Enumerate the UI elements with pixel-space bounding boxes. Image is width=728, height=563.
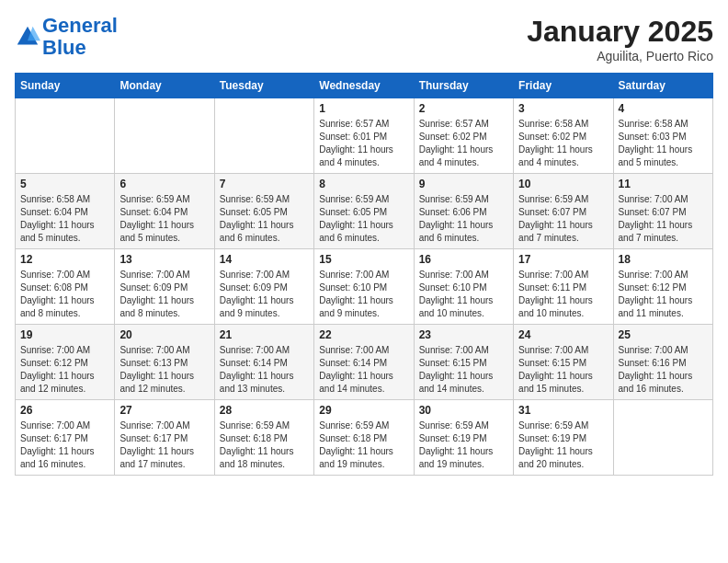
- calendar-cell: 28Sunrise: 6:59 AM Sunset: 6:18 PM Dayli…: [214, 400, 313, 476]
- day-header-monday: Monday: [115, 74, 214, 98]
- day-number: 8: [319, 178, 408, 190]
- calendar-cell: 4Sunrise: 6:58 AM Sunset: 6:03 PM Daylig…: [613, 98, 712, 174]
- day-header-saturday: Saturday: [613, 74, 712, 98]
- logo-line1: General: [42, 14, 118, 37]
- day-number: 15: [319, 253, 408, 266]
- calendar-week-row: 5Sunrise: 6:58 AM Sunset: 6:04 PM Daylig…: [16, 174, 713, 249]
- day-number: 6: [119, 178, 209, 190]
- calendar-cell: 22Sunrise: 7:00 AM Sunset: 6:14 PM Dayli…: [314, 325, 414, 400]
- day-header-wednesday: Wednesday: [314, 74, 414, 98]
- day-number: 4: [619, 102, 708, 115]
- calendar-cell: 13Sunrise: 7:00 AM Sunset: 6:09 PM Dayli…: [115, 249, 214, 325]
- calendar-cell: 21Sunrise: 7:00 AM Sunset: 6:14 PM Dayli…: [214, 325, 313, 400]
- day-info: Sunrise: 6:58 AM Sunset: 6:03 PM Dayligh…: [619, 118, 708, 169]
- day-info: Sunrise: 7:00 AM Sunset: 6:11 PM Dayligh…: [518, 269, 608, 320]
- day-number: 30: [419, 404, 508, 417]
- day-info: Sunrise: 6:59 AM Sunset: 6:19 PM Dayligh…: [419, 419, 508, 471]
- calendar-cell: 24Sunrise: 7:00 AM Sunset: 6:15 PM Dayli…: [514, 325, 613, 400]
- day-info: Sunrise: 6:59 AM Sunset: 6:05 PM Dayligh…: [319, 193, 408, 245]
- calendar-cell: 31Sunrise: 6:59 AM Sunset: 6:19 PM Dayli…: [514, 400, 613, 476]
- day-info: Sunrise: 7:00 AM Sunset: 6:07 PM Dayligh…: [619, 193, 708, 245]
- calendar-cell: 14Sunrise: 7:00 AM Sunset: 6:09 PM Dayli…: [214, 249, 313, 325]
- calendar-cell: 10Sunrise: 6:59 AM Sunset: 6:07 PM Dayli…: [514, 174, 613, 249]
- day-info: Sunrise: 6:59 AM Sunset: 6:19 PM Dayligh…: [518, 419, 608, 471]
- day-info: Sunrise: 7:00 AM Sunset: 6:10 PM Dayligh…: [419, 269, 508, 320]
- calendar-body: 1Sunrise: 6:57 AM Sunset: 6:01 PM Daylig…: [16, 98, 713, 476]
- day-header-friday: Friday: [514, 74, 613, 98]
- day-header-tuesday: Tuesday: [214, 74, 313, 98]
- day-number: 28: [220, 404, 309, 417]
- logo-line2: Blue: [42, 36, 86, 59]
- day-number: 7: [220, 178, 309, 190]
- day-number: 19: [20, 328, 109, 341]
- day-info: Sunrise: 7:00 AM Sunset: 6:12 PM Dayligh…: [619, 269, 708, 320]
- calendar-cell: 18Sunrise: 7:00 AM Sunset: 6:12 PM Dayli…: [613, 249, 712, 325]
- location-subtitle: Aguilita, Puerto Rico: [527, 49, 713, 63]
- calendar-cell: 15Sunrise: 7:00 AM Sunset: 6:10 PM Dayli…: [314, 249, 414, 325]
- day-number: 1: [319, 102, 408, 115]
- page-header: General Blue January 2025 Aguilita, Puer…: [15, 15, 713, 63]
- calendar-cell: 3Sunrise: 6:58 AM Sunset: 6:02 PM Daylig…: [514, 98, 613, 174]
- day-info: Sunrise: 6:59 AM Sunset: 6:04 PM Dayligh…: [119, 193, 209, 245]
- calendar-cell: 12Sunrise: 7:00 AM Sunset: 6:08 PM Dayli…: [16, 249, 115, 325]
- calendar-cell: 6Sunrise: 6:59 AM Sunset: 6:04 PM Daylig…: [115, 174, 214, 249]
- calendar-week-row: 12Sunrise: 7:00 AM Sunset: 6:08 PM Dayli…: [16, 249, 713, 325]
- day-number: 20: [119, 328, 209, 341]
- calendar-cell: 27Sunrise: 7:00 AM Sunset: 6:17 PM Dayli…: [115, 400, 214, 476]
- day-number: 29: [319, 404, 408, 417]
- calendar-cell: 25Sunrise: 7:00 AM Sunset: 6:16 PM Dayli…: [613, 325, 712, 400]
- day-number: 18: [619, 253, 708, 266]
- calendar-cell: 7Sunrise: 6:59 AM Sunset: 6:05 PM Daylig…: [214, 174, 313, 249]
- calendar-cell: 1Sunrise: 6:57 AM Sunset: 6:01 PM Daylig…: [314, 98, 414, 174]
- day-info: Sunrise: 7:00 AM Sunset: 6:13 PM Dayligh…: [119, 344, 209, 396]
- day-number: 31: [518, 404, 608, 417]
- day-info: Sunrise: 7:00 AM Sunset: 6:08 PM Dayligh…: [20, 269, 109, 320]
- calendar-cell: 2Sunrise: 6:57 AM Sunset: 6:02 PM Daylig…: [414, 98, 513, 174]
- day-header-sunday: Sunday: [16, 74, 115, 98]
- day-info: Sunrise: 6:58 AM Sunset: 6:04 PM Dayligh…: [20, 193, 109, 245]
- calendar-cell: [214, 98, 313, 174]
- day-number: 17: [518, 253, 608, 266]
- calendar-cell: 17Sunrise: 7:00 AM Sunset: 6:11 PM Dayli…: [514, 249, 613, 325]
- day-info: Sunrise: 7:00 AM Sunset: 6:14 PM Dayligh…: [220, 344, 309, 396]
- day-info: Sunrise: 7:00 AM Sunset: 6:09 PM Dayligh…: [220, 269, 309, 320]
- day-number: 9: [419, 178, 508, 190]
- day-info: Sunrise: 6:57 AM Sunset: 6:02 PM Dayligh…: [419, 118, 508, 169]
- calendar-week-row: 1Sunrise: 6:57 AM Sunset: 6:01 PM Daylig…: [16, 98, 713, 174]
- day-info: Sunrise: 7:00 AM Sunset: 6:15 PM Dayligh…: [518, 344, 608, 396]
- calendar-cell: 23Sunrise: 7:00 AM Sunset: 6:15 PM Dayli…: [414, 325, 513, 400]
- day-number: 10: [518, 178, 608, 190]
- calendar-cell: 29Sunrise: 6:59 AM Sunset: 6:18 PM Dayli…: [314, 400, 414, 476]
- day-number: 14: [220, 253, 309, 266]
- logo-icon: [15, 24, 40, 50]
- day-number: 24: [518, 328, 608, 341]
- calendar-week-row: 26Sunrise: 7:00 AM Sunset: 6:17 PM Dayli…: [16, 400, 713, 476]
- month-title: January 2025: [527, 15, 713, 49]
- day-info: Sunrise: 7:00 AM Sunset: 6:17 PM Dayligh…: [20, 419, 109, 471]
- calendar-header-row: SundayMondayTuesdayWednesdayThursdayFrid…: [16, 74, 713, 98]
- calendar-cell: 16Sunrise: 7:00 AM Sunset: 6:10 PM Dayli…: [414, 249, 513, 325]
- day-info: Sunrise: 6:59 AM Sunset: 6:18 PM Dayligh…: [319, 419, 408, 471]
- day-info: Sunrise: 7:00 AM Sunset: 6:09 PM Dayligh…: [119, 269, 209, 320]
- day-number: 23: [419, 328, 508, 341]
- day-info: Sunrise: 6:59 AM Sunset: 6:05 PM Dayligh…: [220, 193, 309, 245]
- calendar-cell: 30Sunrise: 6:59 AM Sunset: 6:19 PM Dayli…: [414, 400, 513, 476]
- day-info: Sunrise: 7:00 AM Sunset: 6:15 PM Dayligh…: [419, 344, 508, 396]
- day-info: Sunrise: 6:59 AM Sunset: 6:06 PM Dayligh…: [419, 193, 508, 245]
- calendar-cell: 5Sunrise: 6:58 AM Sunset: 6:04 PM Daylig…: [16, 174, 115, 249]
- title-block: January 2025 Aguilita, Puerto Rico: [527, 15, 713, 63]
- day-number: 13: [119, 253, 209, 266]
- calendar-cell: 9Sunrise: 6:59 AM Sunset: 6:06 PM Daylig…: [414, 174, 513, 249]
- calendar-table: SundayMondayTuesdayWednesdayThursdayFrid…: [15, 73, 713, 476]
- calendar-cell: [16, 98, 115, 174]
- day-info: Sunrise: 7:00 AM Sunset: 6:16 PM Dayligh…: [619, 344, 708, 396]
- day-number: 21: [220, 328, 309, 341]
- day-number: 12: [20, 253, 109, 266]
- calendar-cell: [115, 98, 214, 174]
- day-info: Sunrise: 7:00 AM Sunset: 6:17 PM Dayligh…: [119, 419, 209, 471]
- calendar-cell: 26Sunrise: 7:00 AM Sunset: 6:17 PM Dayli…: [16, 400, 115, 476]
- calendar-cell: 19Sunrise: 7:00 AM Sunset: 6:12 PM Dayli…: [16, 325, 115, 400]
- day-info: Sunrise: 7:00 AM Sunset: 6:12 PM Dayligh…: [20, 344, 109, 396]
- day-info: Sunrise: 6:58 AM Sunset: 6:02 PM Dayligh…: [518, 118, 608, 169]
- calendar-week-row: 19Sunrise: 7:00 AM Sunset: 6:12 PM Dayli…: [16, 325, 713, 400]
